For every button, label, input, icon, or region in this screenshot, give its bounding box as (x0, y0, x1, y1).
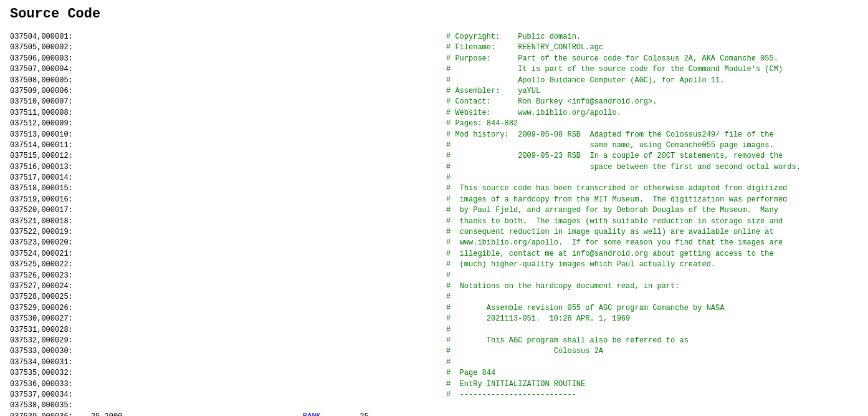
table-row: 037527,000024: (10, 281, 446, 292)
label-empty (91, 97, 141, 107)
comment-line: # Page 844 (446, 368, 858, 379)
table-row: 037504,000001: (10, 32, 446, 42)
instruction-empty (303, 368, 353, 379)
table-row: 037512,000009: (10, 119, 446, 129)
label-empty (91, 379, 141, 390)
comment-line: # (much) higher-quality images which Pau… (446, 259, 858, 270)
instruction-empty (303, 303, 353, 314)
instruction-empty (303, 173, 353, 183)
comment-line: # Filename: REENTRY_CONTROL.agc (446, 42, 858, 53)
table-row: 037528,000025: (10, 292, 446, 302)
line-number: 037512,000009: (10, 119, 91, 129)
comment-line: # by Paul Fjeld, and arranged for by Deb… (446, 205, 858, 216)
line-number: 037532,000029: (10, 336, 91, 346)
table-row: 037506,000003: (10, 54, 446, 64)
table-row: 037523,000020: (10, 238, 446, 248)
right-column: # Copyright: Public domain.# Filename: R… (446, 32, 858, 416)
line-number: 037536,000033: (10, 379, 91, 390)
label-empty (91, 173, 141, 183)
table-row: 037529,000026: (10, 303, 446, 314)
comment-line: # illegible, contact me at info@sandroid… (446, 249, 858, 259)
line-number: 037521,000018: (10, 216, 91, 227)
instruction-empty (303, 336, 353, 346)
comment-line: # (446, 325, 858, 336)
instruction-empty (303, 216, 353, 227)
label-empty (91, 271, 141, 281)
table-row: 037538,000035: (10, 400, 446, 411)
label-empty (91, 281, 141, 292)
line-number: 037522,000019: (10, 227, 91, 238)
line-number: 037514,000011: (10, 140, 91, 151)
comment-line: # It is part of the source code for the … (446, 64, 858, 75)
comment-line: # Assembler: yaYUL (446, 86, 858, 97)
comment-line: # 2009-05-23 RSB In a couple of 20CT sta… (446, 151, 858, 162)
label-empty (91, 205, 141, 216)
comment-line: # This source code has been transcribed … (446, 183, 858, 194)
instruction-empty (303, 97, 353, 107)
comment-line: # www.ibiblio.org/apollo. If for some re… (446, 238, 858, 248)
instruction-empty (303, 183, 353, 194)
table-row: 037513,000010: (10, 130, 446, 140)
label-empty (91, 259, 141, 270)
comment-line: # EntRy INITIALIZATION ROUTINE (446, 379, 858, 390)
instruction-empty (303, 314, 353, 324)
label-empty (91, 86, 141, 97)
table-row: 037520,000017: (10, 205, 446, 216)
label-empty (91, 238, 141, 248)
left-column: 037504,000001:037505,000002:037506,00000… (10, 32, 446, 416)
label-empty (91, 346, 141, 357)
label-empty (91, 336, 141, 346)
label-empty (91, 151, 141, 162)
table-row: 037507,000004: (10, 64, 446, 75)
comment-line: # This AGC program shall also be referre… (446, 336, 858, 346)
comment-line: # -------------------------- (446, 390, 858, 400)
comment-line: # (446, 357, 858, 368)
line-number: 037506,000003: (10, 54, 91, 64)
table-row: 037526,000023: (10, 271, 446, 281)
table-row: 037511,000008: (10, 108, 446, 119)
line-number: 037529,000026: (10, 303, 91, 314)
label-empty (91, 108, 141, 119)
table-row: 037508,000005: (10, 75, 446, 86)
table-row: 037505,000002: (10, 42, 446, 53)
table-row: 037516,000013: (10, 162, 446, 173)
comment-line: # (446, 173, 858, 183)
label-empty (91, 162, 141, 173)
label-empty (91, 75, 141, 86)
instruction-empty (303, 86, 353, 97)
label-empty (91, 216, 141, 227)
comment-line: # Pages: 844-882 (446, 119, 858, 129)
line-number: 037507,000004: (10, 64, 91, 75)
label-empty (91, 119, 141, 129)
comment-line: # space between the first and second oct… (446, 162, 858, 173)
label-empty (91, 368, 141, 379)
table-row: 037537,000034: (10, 390, 446, 400)
label-empty (91, 400, 141, 411)
table-row: 037519,000016: (10, 195, 446, 205)
line-number: 037537,000034: (10, 390, 91, 400)
table-row: 037510,000007: (10, 97, 446, 107)
table-row: 037536,000033: (10, 379, 446, 390)
instruction-empty (303, 249, 353, 259)
instruction-empty (303, 162, 353, 173)
instruction-empty (303, 357, 353, 368)
line-number: 037510,000007: (10, 97, 91, 107)
comment-line: # Website: www.ibiblio.org/apollo. (446, 108, 858, 119)
label-empty (91, 42, 141, 53)
table-row: 037521,000018: (10, 216, 446, 227)
instruction-empty (303, 238, 353, 248)
comment-line: # thanks to both. The images (with suita… (446, 216, 858, 227)
table-row: 037535,000032: (10, 368, 446, 379)
label-empty (91, 32, 141, 42)
label-empty (91, 390, 141, 400)
table-row: 037539,000036:25,2000BANK 25 (10, 412, 446, 416)
line-number: 037535,000032: (10, 368, 91, 379)
line-number: 037516,000013: (10, 162, 91, 173)
comment-line: # Purpose: Part of the source code for C… (446, 54, 858, 64)
instruction-empty (303, 42, 353, 53)
instruction-empty (303, 259, 353, 270)
instruction-empty (303, 281, 353, 292)
label-empty (91, 195, 141, 205)
comment-line: # same name, using Comanche055 page imag… (446, 140, 858, 151)
line-number: 037527,000024: (10, 281, 91, 292)
